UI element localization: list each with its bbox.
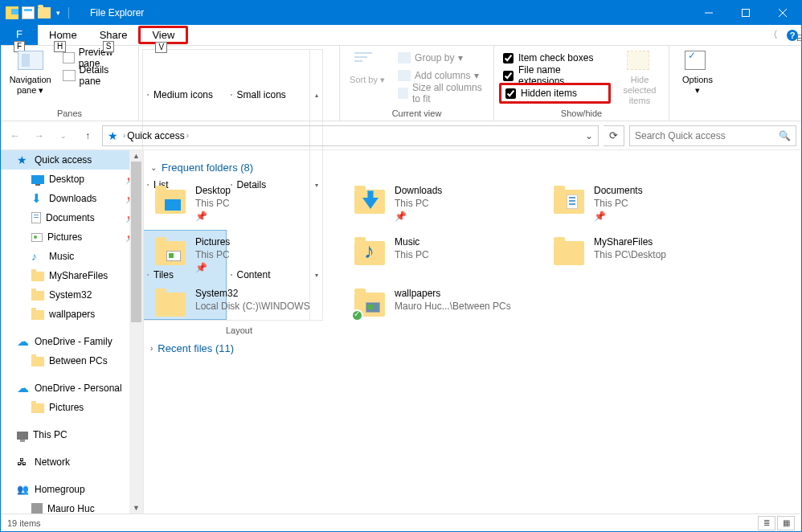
- tree-item-mysharefiles[interactable]: MyShareFiles: [1, 266, 143, 285]
- tree-item-quick-access[interactable]: ★Quick access: [1, 150, 143, 170]
- qat-newfolder-icon[interactable]: [38, 7, 51, 18]
- address-dropdown-button[interactable]: ⌄: [582, 130, 596, 141]
- minimize-button[interactable]: [690, 1, 727, 25]
- quick-access-toolbar: ▾: [1, 6, 85, 19]
- folder-icon: [552, 235, 586, 268]
- hidden-items-label: Hidden items: [521, 88, 577, 99]
- scroll-thumb[interactable]: [131, 162, 141, 322]
- tree-item-downloads[interactable]: ⬇Downloads📌: [1, 189, 143, 208]
- folder-tile-mysharefiles[interactable]: MyShareFilesThis PC\Desktop: [549, 231, 742, 280]
- recent-files-label: Recent files (11): [158, 342, 234, 354]
- folder-tile-wallpapers[interactable]: wallpapersMauro Huc...\Between PCs: [350, 283, 542, 331]
- status-item-count: 19 items: [7, 518, 41, 528]
- up-button[interactable]: ↑: [78, 126, 97, 145]
- tree-item-homegroup[interactable]: 👥Homegroup: [1, 480, 143, 499]
- recent-files-header[interactable]: › Recent files (11): [150, 342, 792, 354]
- scroll-down-icon[interactable]: ▼: [129, 502, 143, 514]
- tree-item-between-pcs[interactable]: Between PCs: [1, 351, 143, 370]
- folder-icon: [353, 286, 387, 320]
- details-pane-button[interactable]: Details pane: [59, 67, 133, 84]
- forward-button[interactable]: →: [30, 126, 49, 145]
- options-label: Options: [682, 75, 713, 84]
- folder-tile-desktop[interactable]: DesktopThis PC📌: [150, 180, 343, 228]
- qat-customize-icon[interactable]: ▾: [54, 9, 63, 17]
- tree-item-system32[interactable]: System32: [1, 285, 143, 305]
- pin-icon: 📌: [395, 211, 442, 222]
- tree-item-mauro-huc[interactable]: Mauro Huc: [1, 499, 143, 514]
- group-by-button[interactable]: Group by ▾: [395, 49, 489, 67]
- ribbon-group-current-view: Sort by ▾ Group by ▾ Add columns ▾ Size …: [340, 46, 494, 121]
- tree-item-pictures[interactable]: Pictures: [1, 398, 143, 417]
- tab-view[interactable]: View V: [138, 26, 188, 44]
- pin-icon: 📌: [195, 211, 231, 222]
- tree-item-label: OneDrive - Family: [35, 336, 113, 347]
- tab-share[interactable]: Share S: [88, 25, 139, 45]
- item-checkboxes-checkbox[interactable]: [503, 53, 514, 63]
- group-by-icon: [398, 52, 411, 63]
- file-ext-toggle[interactable]: File name extensions: [499, 67, 611, 84]
- breadcrumb-item[interactable]: Quick access: [127, 130, 184, 141]
- keytip-view: V: [155, 42, 167, 53]
- tree-item-wallpapers[interactable]: wallpapers: [1, 305, 143, 324]
- group-by-label: Group by: [415, 52, 454, 63]
- hidden-items-checkbox[interactable]: [505, 88, 516, 99]
- qat-properties-icon[interactable]: [22, 6, 35, 19]
- status-bar: 19 items ≣ ▦: [1, 514, 801, 531]
- tree-item-onedrive-personal[interactable]: ☁OneDrive - Personal: [1, 379, 143, 398]
- tree-item-label: Between PCs: [49, 355, 108, 366]
- keytip-share: S: [103, 41, 115, 52]
- sort-by-button[interactable]: Sort by ▾: [345, 49, 390, 107]
- breadcrumb-chevron-icon[interactable]: ›: [185, 131, 190, 140]
- tree-item-desktop[interactable]: Desktop📌: [1, 170, 143, 189]
- folder-tile-downloads[interactable]: DownloadsThis PC📌: [350, 180, 542, 228]
- tab-file[interactable]: F F: [1, 25, 38, 45]
- breadcrumb-chevron-icon[interactable]: ›: [121, 131, 127, 140]
- back-button[interactable]: ←: [6, 126, 25, 145]
- tree-item-documents[interactable]: Documents📌: [1, 208, 143, 227]
- folder-tile-music[interactable]: ♪MusicThis PC: [350, 231, 542, 280]
- folder-location: This PC: [594, 198, 643, 209]
- search-box[interactable]: Search Quick access 🔍: [629, 125, 796, 146]
- collapse-chevron-icon[interactable]: ⌄: [150, 163, 157, 172]
- details-view-button[interactable]: ≣: [758, 516, 775, 530]
- address-bar[interactable]: ★ › Quick access › ⌄: [102, 125, 599, 146]
- file-ext-checkbox[interactable]: [503, 71, 514, 81]
- tree-item-label: Documents: [46, 212, 95, 223]
- tree-item-network[interactable]: 🖧Network: [1, 452, 143, 472]
- icons-view-button[interactable]: ▦: [777, 516, 795, 530]
- scroll-up-icon[interactable]: ▲: [129, 150, 143, 162]
- hide-selected-button[interactable]: Hide selected items: [616, 49, 664, 107]
- tree-item-onedrive-family[interactable]: ☁OneDrive - Family: [1, 332, 143, 351]
- refresh-button[interactable]: ⟳: [604, 125, 624, 146]
- tab-view-label: View: [152, 29, 174, 41]
- navigation-pane-button[interactable]: Navigation pane ▾: [6, 49, 55, 107]
- size-columns-button[interactable]: Size all columns to fit: [395, 84, 489, 102]
- options-button[interactable]: Options▾: [674, 49, 721, 107]
- cloud-icon: ☁: [17, 336, 30, 347]
- frequent-folders-header[interactable]: ⌄ Frequent folders (8): [150, 162, 792, 174]
- folder-tile-documents[interactable]: DocumentsThis PC📌: [549, 180, 742, 228]
- navigation-tree: ★Quick accessDesktop📌⬇Downloads📌Document…: [1, 150, 144, 514]
- close-button[interactable]: [764, 1, 801, 25]
- maximize-button[interactable]: [727, 1, 764, 25]
- folder-icon: [153, 286, 187, 320]
- tree-item-music[interactable]: ♪Music: [1, 247, 143, 266]
- folderm-icon: [31, 357, 44, 366]
- tab-home[interactable]: Home H: [38, 25, 88, 45]
- folder-location: This PC: [395, 198, 442, 209]
- ribbon-collapse-button[interactable]: 〈: [763, 25, 784, 45]
- folderm-icon: [31, 291, 44, 301]
- folder-tile-system32[interactable]: System32Local Disk (C:)\WINDOWS: [150, 283, 343, 331]
- folder-name: Pictures: [195, 236, 230, 248]
- recent-locations-button[interactable]: ⌄: [54, 126, 73, 145]
- expand-chevron-icon[interactable]: ›: [150, 344, 153, 353]
- sidebar-scrollbar[interactable]: ▲ ▼: [129, 150, 143, 514]
- ribbon-group-layout: Medium iconsListTilesSmall iconsDetailsC…: [139, 46, 340, 121]
- folder-tile-pictures[interactable]: PicturesThis PC📌: [150, 231, 343, 280]
- folder-grid: DesktopThis PC📌DownloadsThis PC📌Document…: [150, 180, 792, 331]
- tree-item-this-pc[interactable]: This PC: [1, 425, 143, 444]
- size-columns-label: Size all columns to fit: [412, 82, 485, 104]
- desktop-icon: [31, 175, 44, 184]
- hidden-items-toggle[interactable]: Hidden items: [499, 83, 611, 104]
- tree-item-pictures[interactable]: Pictures📌: [1, 227, 143, 247]
